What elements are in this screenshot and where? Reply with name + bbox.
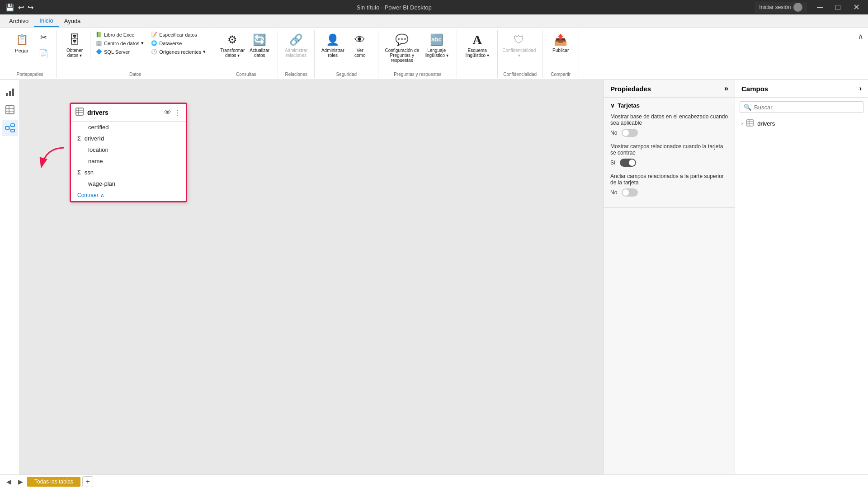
title-bar-right: Iniciar sesión ─ □ ✕ bbox=[755, 2, 863, 13]
field-wage-plan[interactable]: wage-plan bbox=[71, 178, 186, 189]
fields-search-input[interactable] bbox=[754, 104, 859, 111]
signin-label: Iniciar sesión bbox=[759, 4, 791, 10]
obtener-datos-button[interactable]: 🗄 Obtenerdatos ▾ bbox=[62, 31, 87, 63]
main-area: drivers 👁 ⋮ certified Σ driverId locatio… bbox=[0, 80, 868, 474]
collapse-ribbon-button[interactable]: ∧ bbox=[858, 32, 863, 42]
field-location[interactable]: location bbox=[71, 144, 186, 155]
sigma-icon-driverid: Σ bbox=[77, 135, 81, 142]
minimize-button[interactable]: ─ bbox=[814, 3, 826, 11]
menu-archivo[interactable]: Archivo bbox=[4, 16, 34, 26]
properties-expand-icon[interactable]: » bbox=[724, 84, 728, 93]
toggle-mostrar-base-datos[interactable] bbox=[622, 129, 638, 137]
copy-icon: 📄 bbox=[38, 49, 48, 59]
tab-next-button[interactable]: ▶ bbox=[15, 477, 25, 487]
search-icon: 🔍 bbox=[744, 103, 751, 111]
app-title: Sin título - Power BI Desktop bbox=[33, 4, 755, 11]
fields-expand-icon[interactable]: › bbox=[859, 84, 862, 93]
collapse-button[interactable]: Contraer ∧ bbox=[71, 189, 186, 201]
datos-col2: 📝 Especificar datos 🌐 Dataverse 🕐 Orígen… bbox=[148, 31, 208, 56]
confidencialidad-button[interactable]: 🛡 Confidencialidad ▾ bbox=[503, 31, 535, 63]
transformar-datos-button[interactable]: ⚙ Transformardatos ▾ bbox=[220, 31, 245, 63]
nav-table-icon[interactable] bbox=[2, 102, 18, 118]
sql-server-button[interactable]: 🔷 SQL Server bbox=[93, 48, 146, 56]
origenes-recientes-button[interactable]: 🕐 Orígenes recientes ▾ bbox=[148, 48, 208, 56]
cut-button[interactable]: ✂ bbox=[36, 31, 51, 46]
configuracion-preguntas-button[interactable]: 💬 Configuración de Preguntas yrespuestas bbox=[384, 31, 420, 64]
maximize-button[interactable]: □ bbox=[833, 3, 843, 11]
table-visibility-icon[interactable]: 👁 bbox=[164, 108, 171, 117]
lenguaje-button[interactable]: 🔤 Lenguajelingüístico ▾ bbox=[422, 31, 451, 63]
toggle-thumb-3 bbox=[623, 189, 629, 196]
publicar-icon: 📤 bbox=[553, 33, 568, 47]
especificar-datos-button[interactable]: 📝 Especificar datos bbox=[148, 31, 208, 38]
svg-line-11 bbox=[9, 128, 11, 131]
confidencialidad-icon: 🛡 bbox=[512, 33, 526, 47]
toggle-si-label: Sí bbox=[610, 160, 615, 166]
centro-datos-button[interactable]: 🏢 Centro de datos ▾ bbox=[93, 39, 146, 47]
compartir-label: Compartir bbox=[551, 71, 571, 77]
properties-title: Propiedades bbox=[610, 85, 651, 93]
prop-mostrar-base-datos-toggle: No bbox=[610, 129, 728, 137]
save-icon[interactable]: 💾 bbox=[5, 3, 14, 12]
prop-mostrar-campos: Mostrar campos relacionados cuando la ta… bbox=[610, 143, 728, 167]
ribbon-group-datos: 🗄 Obtenerdatos ▾ 📗 Libro de Excel 🏢 Cent… bbox=[57, 30, 214, 78]
fields-header: Campos › bbox=[735, 80, 868, 98]
copy-button[interactable]: 📄 bbox=[36, 47, 51, 62]
administrar-roles-button[interactable]: 👤 Administrarroles bbox=[320, 31, 345, 63]
relaciones-label: Relaciones bbox=[285, 71, 307, 77]
fields-drivers-name: drivers bbox=[757, 120, 775, 127]
field-name-name: name bbox=[88, 158, 103, 164]
libro-excel-button[interactable]: 📗 Libro de Excel bbox=[93, 31, 146, 38]
actualizar-icon: 🔄 bbox=[252, 33, 267, 47]
menu-inicio[interactable]: Inicio bbox=[34, 15, 58, 27]
table-card-name: drivers bbox=[87, 109, 160, 116]
signin-button[interactable]: Iniciar sesión bbox=[755, 2, 807, 13]
ribbon-group-consultas: ⚙ Transformardatos ▾ 🔄 Actualizardatos C… bbox=[214, 30, 278, 78]
ribbon-group-relaciones: 🔗 Administrarrelaciones Relaciones bbox=[278, 30, 315, 78]
field-ssn[interactable]: Σ ssn bbox=[71, 167, 186, 178]
tab-prev-button[interactable]: ◀ bbox=[4, 477, 14, 487]
paste-button[interactable]: 📋 Pegar bbox=[9, 31, 34, 63]
ribbon-group-preguntas: 💬 Configuración de Preguntas yrespuestas… bbox=[378, 30, 457, 78]
dataverse-button[interactable]: 🌐 Dataverse bbox=[148, 39, 208, 47]
publicar-button[interactable]: 📤 Publicar bbox=[548, 31, 573, 63]
toggle-no-label-3: No bbox=[610, 189, 617, 196]
menu-ayuda[interactable]: Ayuda bbox=[59, 16, 86, 26]
toggle-anclar-campos[interactable] bbox=[622, 188, 638, 197]
svg-rect-7 bbox=[5, 127, 9, 129]
fields-title: Campos bbox=[741, 85, 768, 93]
toggle-mostrar-campos[interactable] bbox=[620, 159, 636, 167]
field-certified[interactable]: certified bbox=[71, 122, 186, 133]
nav-model-icon[interactable] bbox=[2, 120, 18, 136]
especificar-datos-icon: 📝 bbox=[151, 32, 157, 38]
fields-drivers-row[interactable]: › drivers bbox=[735, 117, 868, 131]
user-avatar bbox=[793, 3, 802, 12]
field-wage-plan-name: wage-plan bbox=[88, 180, 115, 187]
svg-line-10 bbox=[9, 125, 11, 128]
close-button[interactable]: ✕ bbox=[850, 3, 863, 11]
actualizar-button[interactable]: 🔄 Actualizardatos bbox=[247, 31, 272, 63]
tarjetas-section-title[interactable]: ∨ Tarjetas bbox=[610, 102, 728, 109]
svg-rect-0 bbox=[6, 93, 8, 96]
roles-icon: 👤 bbox=[326, 33, 340, 47]
portapapeles-label: Portapapeles bbox=[17, 71, 43, 77]
administrar-relaciones-button[interactable]: 🔗 Administrarrelaciones bbox=[283, 31, 309, 63]
field-driverid[interactable]: Σ driverId bbox=[71, 133, 186, 144]
tab-todas-las-tablas[interactable]: Todas las tablas bbox=[27, 477, 80, 487]
left-nav bbox=[0, 80, 20, 474]
table-more-icon[interactable]: ⋮ bbox=[174, 108, 181, 117]
field-certified-name: certified bbox=[88, 124, 109, 131]
nav-report-icon[interactable] bbox=[2, 84, 18, 100]
centro-datos-icon: 🏢 bbox=[96, 40, 102, 46]
sql-server-icon: 🔷 bbox=[96, 49, 102, 55]
field-name[interactable]: name bbox=[71, 155, 186, 167]
undo-icon[interactable]: ↩ bbox=[18, 3, 24, 12]
redo-icon[interactable]: ↪ bbox=[28, 3, 33, 12]
ver-como-button[interactable]: 👁 Vercomo bbox=[347, 31, 373, 63]
prop-mostrar-campos-toggle: Sí bbox=[610, 159, 728, 167]
esquema-button[interactable]: A Esquemalingüístico ▾ bbox=[462, 31, 492, 63]
add-tab-button[interactable]: + bbox=[82, 476, 93, 487]
field-ssn-name: ssn bbox=[85, 169, 94, 176]
libro-excel-icon: 📗 bbox=[96, 32, 102, 38]
origenes-recientes-icon: 🕐 bbox=[151, 49, 157, 55]
